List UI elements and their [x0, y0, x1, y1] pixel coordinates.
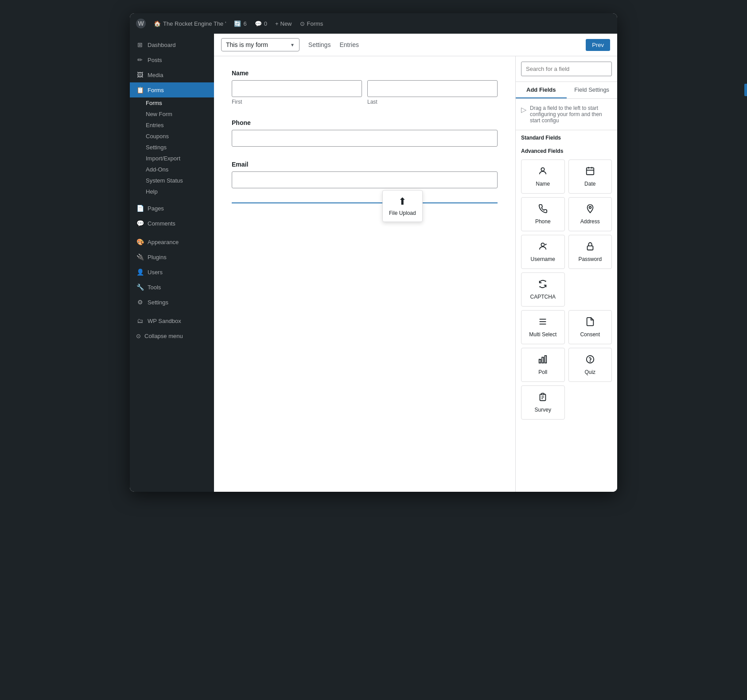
wp-logo-item[interactable]: W — [136, 19, 146, 28]
tab-field-settings[interactable]: Field Settings — [567, 82, 618, 98]
sidebar-sub-import-export[interactable]: Import/Export — [130, 153, 214, 164]
search-field-input[interactable] — [521, 62, 612, 76]
users-icon: 👤 — [136, 268, 144, 276]
sidebar-item-tools[interactable]: 🔧 Tools — [130, 280, 214, 295]
captcha-field-icon — [538, 279, 548, 291]
email-input[interactable] — [232, 171, 498, 188]
file-upload-tooltip[interactable]: ⬆ File Upload — [382, 190, 423, 222]
form-canvas: Name First Last — [214, 56, 515, 492]
sub-label-settings: Settings — [146, 144, 167, 151]
sidebar-item-pages[interactable]: 📄 Pages — [130, 201, 214, 216]
sidebar-item-appearance[interactable]: 🎨 Appearance — [130, 234, 214, 249]
new-button[interactable]: + New — [275, 20, 292, 27]
sidebar-item-posts[interactable]: ✏ Posts — [130, 52, 214, 67]
sidebar-label-pages: Pages — [148, 205, 164, 212]
sidebar-sub-forms[interactable]: Forms — [130, 97, 214, 109]
name-last-sublabel: Last — [367, 99, 498, 105]
sidebar-item-wpsandbox[interactable]: 🗂 WP Sandbox — [130, 313, 214, 328]
sidebar-sub-entries[interactable]: Entries — [130, 120, 214, 131]
standard-fields-label: Standard Fields — [516, 130, 617, 144]
advanced-fields-grid: Name Date Phone — [516, 157, 617, 424]
site-name-item[interactable]: 🏠 The Rocket Engine The ' — [154, 20, 226, 27]
file-upload-label: File Upload — [389, 210, 416, 216]
field-card-username-label: Username — [531, 256, 555, 262]
field-card-poll[interactable]: Poll — [521, 348, 565, 382]
sidebar: ⊞ Dashboard ✏ Posts 🖼 Media 📋 Forms Form… — [130, 34, 214, 492]
sidebar-item-media[interactable]: 🖼 Media — [130, 67, 214, 82]
sidebar-item-dashboard[interactable]: ⊞ Dashboard — [130, 37, 214, 52]
preview-button[interactable]: Prev — [586, 39, 610, 51]
sidebar-sub-settings[interactable]: Settings — [130, 142, 214, 153]
sidebar-label-posts: Posts — [148, 57, 162, 63]
collapse-menu[interactable]: ⊙ Collapse menu — [130, 328, 214, 346]
date-field-icon — [585, 166, 595, 178]
sub-label-forms: Forms — [146, 100, 162, 106]
updates-count: 6 — [243, 20, 246, 27]
sidebar-item-users[interactable]: 👤 Users — [130, 264, 214, 280]
svg-point-6 — [541, 243, 545, 246]
forms-admin-bar-item[interactable]: ⊙ Forms — [300, 20, 323, 27]
admin-bar: W 🏠 The Rocket Engine The ' 🔄 6 💬 0 + Ne… — [130, 13, 617, 34]
sidebar-sub-help[interactable]: Help — [130, 186, 214, 197]
sidebar-label-dashboard: Dashboard — [148, 42, 176, 48]
tab-entries[interactable]: Entries — [339, 39, 359, 50]
field-card-consent-label: Consent — [580, 331, 600, 338]
name-field-group: Name First Last — [232, 70, 498, 105]
field-card-name[interactable]: Name — [521, 159, 565, 194]
field-card-date[interactable]: Date — [568, 159, 612, 194]
sidebar-item-comments[interactable]: 💬 Comments — [130, 216, 214, 231]
field-card-username[interactable]: Username — [521, 235, 565, 269]
comments-item[interactable]: 💬 0 — [255, 20, 267, 27]
field-card-name-label: Name — [536, 181, 550, 187]
sidebar-item-forms[interactable]: 📋 Forms — [130, 82, 214, 97]
poll-field-icon — [538, 354, 548, 366]
field-card-phone[interactable]: Phone — [521, 197, 565, 231]
new-label: New — [280, 20, 292, 27]
quiz-field-icon — [585, 354, 595, 366]
address-field-icon — [585, 204, 595, 216]
field-card-captcha[interactable]: CAPTCHA — [521, 272, 565, 307]
phone-input[interactable] — [232, 130, 498, 147]
sub-label-new-form: New Form — [146, 111, 172, 117]
sidebar-sub-system-status[interactable]: System Status — [130, 175, 214, 186]
phone-field-icon — [538, 204, 548, 216]
wp-logo: W — [136, 19, 146, 28]
app-window: W 🏠 The Rocket Engine The ' 🔄 6 💬 0 + Ne… — [130, 13, 617, 492]
name-last-input[interactable] — [367, 80, 498, 97]
field-card-consent[interactable]: Consent — [568, 310, 612, 344]
right-panel: Add Fields Field Settings ▷ Drag a field… — [515, 56, 617, 492]
svg-rect-12 — [539, 359, 541, 363]
form-selector[interactable]: This is my form ▼ — [221, 38, 300, 51]
sidebar-sub-new-form[interactable]: New Form — [130, 109, 214, 120]
svg-point-16 — [590, 361, 590, 362]
name-last-wrap: Last — [367, 80, 498, 105]
tab-settings[interactable]: Settings — [308, 39, 331, 50]
sidebar-sub-coupons[interactable]: Coupons — [130, 131, 214, 142]
advanced-fields-label: Advanced Fields — [516, 144, 617, 157]
updates-item[interactable]: 🔄 6 — [234, 20, 246, 27]
svg-rect-14 — [545, 356, 547, 363]
svg-rect-13 — [542, 357, 544, 363]
name-first-input[interactable] — [232, 80, 362, 97]
upload-icon: ⬆ — [398, 196, 406, 207]
home-icon: 🏠 — [154, 20, 161, 27]
sub-label-add-ons: Add-Ons — [146, 166, 168, 173]
field-card-password[interactable]: Password — [568, 235, 612, 269]
sidebar-item-settings[interactable]: ⚙ Settings — [130, 295, 214, 310]
field-card-quiz[interactable]: Quiz — [568, 348, 612, 382]
field-card-survey[interactable]: Survey — [521, 385, 565, 420]
field-card-multi-select[interactable]: Multi Select — [521, 310, 565, 344]
name-first-sublabel: First — [232, 99, 362, 105]
field-card-multi-select-label: Multi Select — [529, 331, 556, 338]
cursor-hint-icon: ▷ — [521, 105, 526, 124]
panel-tabs: Add Fields Field Settings — [516, 82, 617, 99]
sidebar-sub-add-ons[interactable]: Add-Ons — [130, 164, 214, 175]
drop-zone-line[interactable]: ⬆ File Upload ☛ — [232, 202, 498, 203]
search-field-wrap — [516, 56, 617, 82]
panel-hint: ▷ Drag a field to the left to start conf… — [516, 99, 617, 130]
field-card-address[interactable]: Address — [568, 197, 612, 231]
tab-add-fields[interactable]: Add Fields — [516, 82, 567, 98]
field-card-address-label: Address — [580, 218, 600, 225]
tools-icon: 🔧 — [136, 283, 144, 291]
sidebar-item-plugins[interactable]: 🔌 Plugins — [130, 249, 214, 264]
